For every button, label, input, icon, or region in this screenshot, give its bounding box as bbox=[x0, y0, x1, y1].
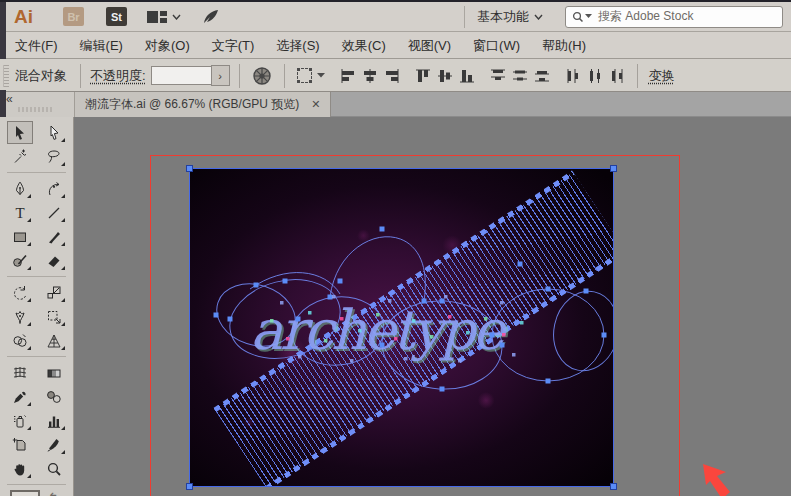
zoom-tool[interactable] bbox=[41, 457, 67, 480]
fill-color-swatch[interactable] bbox=[10, 490, 40, 496]
menu-edit[interactable]: 编辑(E) bbox=[69, 37, 134, 55]
column-graph-tool[interactable] bbox=[41, 409, 67, 432]
align-bottom-icon bbox=[459, 68, 475, 84]
toolbar-separator bbox=[7, 356, 66, 357]
type-tool[interactable]: T bbox=[7, 201, 33, 224]
align-right-button[interactable] bbox=[381, 64, 403, 88]
eraser-tool[interactable] bbox=[41, 249, 67, 272]
blend-tool[interactable] bbox=[41, 385, 67, 408]
panel-grip-dots[interactable] bbox=[18, 107, 52, 112]
toolbar-dock-header: « bbox=[0, 92, 75, 117]
column-graph-tool-icon bbox=[45, 412, 63, 430]
tool-row: T bbox=[0, 201, 73, 224]
distribute-top-button[interactable] bbox=[487, 64, 509, 88]
distribute-horizontal-center-button[interactable] bbox=[584, 64, 606, 88]
document-tab[interactable]: 潮流字体.ai @ 66.67% (RGB/GPU 预览) ✕ bbox=[75, 92, 331, 117]
align-horizontal-center-button[interactable] bbox=[359, 64, 381, 88]
adobe-stock-search-input[interactable]: 搜索 Adobe Stock bbox=[565, 6, 783, 28]
slice-tool-icon bbox=[45, 436, 63, 454]
cc-sync-button[interactable] bbox=[201, 8, 221, 26]
chevron-down-icon bbox=[317, 73, 325, 78]
bounding-box-options-button[interactable] bbox=[294, 64, 328, 88]
shaper-tool[interactable] bbox=[7, 249, 33, 272]
curvature-tool[interactable] bbox=[41, 177, 67, 200]
symbol-sprayer-tool[interactable] bbox=[7, 409, 33, 432]
rectangle-tool-icon bbox=[11, 228, 29, 246]
menu-object[interactable]: 对象(O) bbox=[134, 37, 201, 55]
eyedropper-tool[interactable] bbox=[7, 385, 33, 408]
magic-wand-tool[interactable] bbox=[7, 145, 33, 168]
type-tool-icon: T bbox=[11, 204, 29, 222]
slice-tool[interactable] bbox=[41, 433, 67, 456]
selection-tool[interactable] bbox=[7, 121, 33, 144]
opacity-label[interactable]: 不透明度: bbox=[90, 67, 146, 85]
artwork-canvas[interactable]: archetypearchetype bbox=[189, 168, 614, 487]
close-tab-icon[interactable]: ✕ bbox=[311, 98, 320, 111]
distribute-left-button[interactable] bbox=[562, 64, 584, 88]
puppet-warp-tool[interactable] bbox=[7, 305, 33, 328]
free-transform-tool[interactable] bbox=[41, 305, 67, 328]
tool-row bbox=[0, 281, 73, 304]
distribute-right-button[interactable] bbox=[606, 64, 628, 88]
hand-tool[interactable] bbox=[7, 457, 33, 480]
fill-stroke-swatches[interactable]: ↰ bbox=[10, 490, 65, 496]
mesh-tool[interactable] bbox=[7, 361, 33, 384]
line-segment-tool[interactable] bbox=[41, 201, 67, 224]
perspective-grid-tool[interactable] bbox=[41, 329, 67, 352]
layout-icon bbox=[147, 10, 167, 24]
artboard-tool[interactable] bbox=[7, 433, 33, 456]
selection-handle[interactable] bbox=[186, 165, 193, 172]
workspace-label: 基本功能 bbox=[477, 8, 529, 26]
align-vertical-center-button[interactable] bbox=[434, 64, 456, 88]
menu-select[interactable]: 选择(S) bbox=[265, 37, 330, 55]
menu-type[interactable]: 文字(T) bbox=[201, 37, 266, 55]
tool-row bbox=[0, 409, 73, 432]
lasso-tool-icon bbox=[45, 148, 63, 166]
distribute-bottom-icon bbox=[534, 68, 550, 84]
menu-effect[interactable]: 效果(C) bbox=[331, 37, 397, 55]
lasso-tool[interactable] bbox=[41, 145, 67, 168]
direct-selection-tool[interactable] bbox=[41, 121, 67, 144]
selection-handle[interactable] bbox=[610, 165, 617, 172]
rotate-tool[interactable] bbox=[7, 281, 33, 304]
distribute-vertical-center-button[interactable] bbox=[509, 64, 531, 88]
arrange-documents-button[interactable] bbox=[147, 10, 181, 24]
document-tab-title: 潮流字体.ai @ 66.67% (RGB/GPU 预览) bbox=[85, 96, 299, 113]
distribute-bottom-button[interactable] bbox=[531, 64, 553, 88]
collapse-panel-button[interactable]: « bbox=[6, 92, 11, 106]
menu-file[interactable]: 文件(F) bbox=[4, 37, 69, 55]
rectangle-tool[interactable] bbox=[7, 225, 33, 248]
canvas-pasteboard[interactable]: archetypearchetype bbox=[74, 117, 791, 496]
opacity-input[interactable] bbox=[151, 66, 211, 85]
panel-grip[interactable] bbox=[3, 65, 9, 87]
menu-window[interactable]: 窗口(W) bbox=[462, 37, 531, 55]
distribute-top-icon bbox=[490, 68, 506, 84]
menu-help[interactable]: 帮助(H) bbox=[531, 37, 597, 55]
recolor-artwork-button[interactable] bbox=[249, 64, 275, 88]
stock-icon[interactable]: St bbox=[106, 7, 127, 26]
menu-view[interactable]: 视图(V) bbox=[397, 37, 462, 55]
opacity-dropdown-button[interactable]: › bbox=[211, 65, 230, 86]
gradient-tool[interactable] bbox=[41, 361, 67, 384]
rocket-icon bbox=[201, 8, 221, 26]
zoom-tool-icon bbox=[45, 460, 63, 478]
align-left-button[interactable] bbox=[337, 64, 359, 88]
align-top-button[interactable] bbox=[412, 64, 434, 88]
paintbrush-tool[interactable] bbox=[41, 225, 67, 248]
tool-row bbox=[0, 385, 73, 408]
selection-handle[interactable] bbox=[186, 483, 193, 490]
swap-colors-icon[interactable]: ↰ bbox=[48, 490, 59, 496]
align-bottom-button[interactable] bbox=[456, 64, 478, 88]
shape-builder-tool[interactable] bbox=[7, 329, 33, 352]
scale-tool[interactable] bbox=[41, 281, 67, 304]
pen-tool[interactable] bbox=[7, 177, 33, 200]
toolbar-separator bbox=[7, 484, 66, 485]
transform-link[interactable]: 变换 bbox=[649, 67, 675, 85]
selection-handle[interactable] bbox=[610, 483, 617, 490]
workspace-switcher[interactable]: 基本功能 bbox=[464, 6, 555, 28]
bridge-icon[interactable]: Br bbox=[63, 7, 84, 26]
toolbar-separator bbox=[7, 172, 66, 173]
tool-row bbox=[0, 433, 73, 456]
distribute-left-icon bbox=[565, 68, 581, 84]
align-horizontal-center-icon bbox=[362, 68, 378, 84]
